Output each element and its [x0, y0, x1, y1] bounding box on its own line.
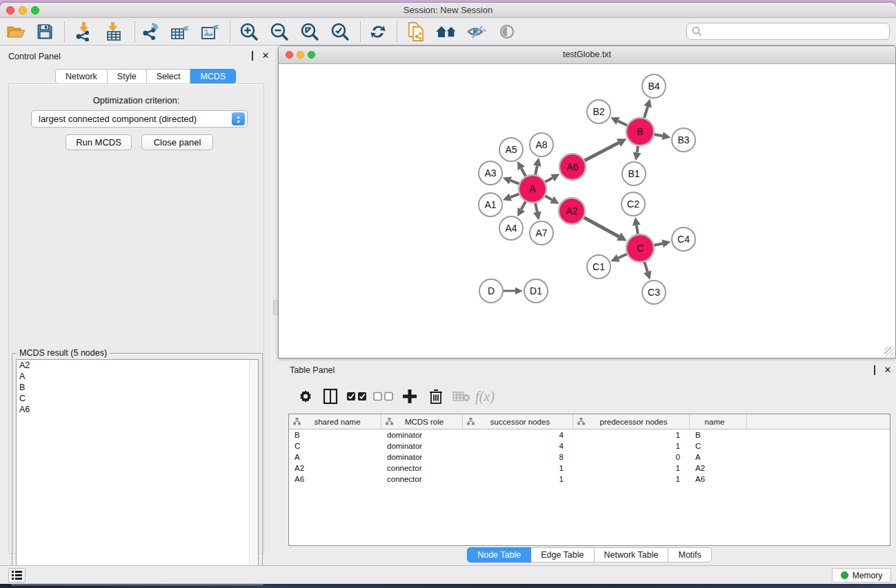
table-row[interactable]: Adominator80A — [289, 452, 890, 463]
clear-checkboxes-icon[interactable] — [372, 385, 395, 408]
zoom-in-icon[interactable] — [237, 21, 261, 43]
table-cell[interactable]: 1 — [573, 474, 690, 485]
table-cell[interactable]: 0 — [573, 452, 690, 463]
run-mcds-button[interactable]: Run MCDS — [66, 134, 132, 150]
open-file-icon[interactable] — [4, 21, 28, 43]
table-cell[interactable]: B — [289, 429, 381, 440]
table-cell[interactable]: 8 — [463, 452, 573, 463]
maximize-window-icon[interactable] — [31, 6, 39, 14]
refresh-icon[interactable] — [366, 21, 390, 43]
select-all-checkboxes-icon[interactable] — [346, 385, 369, 408]
table-cell[interactable]: A2 — [289, 463, 381, 474]
table-cell[interactable]: A — [690, 452, 747, 463]
result-list-item[interactable]: A2 — [17, 360, 258, 371]
import-network-icon[interactable] — [72, 21, 95, 43]
column-type-icon — [577, 418, 585, 425]
table-row[interactable]: A6connector11A6 — [289, 474, 890, 485]
home-network-icon[interactable] — [435, 21, 458, 43]
close-network-icon[interactable] — [286, 51, 293, 59]
result-list-item[interactable]: C — [17, 393, 258, 404]
memory-button[interactable]: Memory — [832, 568, 891, 582]
table-cell[interactable]: 4 — [463, 429, 573, 440]
result-list-item[interactable]: B — [17, 382, 258, 393]
close-panel-button[interactable]: Close panel — [141, 134, 213, 150]
minimize-window-icon[interactable] — [19, 6, 27, 14]
delete-table-icon[interactable] — [450, 385, 473, 408]
result-list-item[interactable]: A — [17, 371, 258, 382]
export-network-icon[interactable] — [139, 21, 163, 43]
main-toolbar — [0, 18, 896, 45]
close-window-icon[interactable] — [6, 6, 14, 14]
table-cell[interactable]: C — [289, 440, 381, 452]
zoom-out-icon[interactable] — [268, 21, 291, 43]
table-cell[interactable]: 1 — [463, 463, 573, 474]
table-cell[interactable]: 1 — [573, 440, 690, 452]
copy-network-icon[interactable] — [404, 21, 428, 43]
minimize-network-icon[interactable] — [297, 51, 304, 59]
table-cell[interactable]: connector — [381, 474, 463, 485]
column-header-successor-nodes[interactable]: successor nodes — [463, 414, 573, 429]
resize-grip[interactable] — [884, 347, 894, 356]
table-cell[interactable]: dominator — [381, 440, 463, 452]
task-history-button[interactable] — [8, 568, 26, 582]
criterion-select[interactable]: largest connected component (directed) ▲… — [31, 110, 248, 128]
float-panel-icon[interactable] — [248, 51, 257, 61]
table-row[interactable]: A2connector11A2 — [289, 463, 890, 474]
zoom-selected-icon[interactable] — [328, 21, 352, 43]
tab-mcds[interactable]: MCDS — [190, 69, 236, 84]
tab-style[interactable]: Style — [108, 69, 147, 84]
delete-column-icon[interactable] — [424, 385, 448, 408]
table-cell[interactable]: 1 — [573, 463, 690, 474]
float-table-panel-icon[interactable] — [870, 365, 879, 375]
column-header-predecessor-nodes[interactable]: predecessor nodes — [573, 414, 690, 429]
show-panel-eye-icon[interactable] — [495, 21, 519, 43]
tab-select[interactable]: Select — [147, 69, 191, 84]
column-layout-icon[interactable] — [319, 385, 342, 408]
column-header-shared-name[interactable]: shared name — [289, 414, 381, 429]
table-cell[interactable]: A — [289, 452, 381, 463]
table-cell[interactable]: A6 — [690, 474, 747, 485]
table-cell[interactable]: dominator — [381, 452, 463, 463]
column-header-name[interactable]: name — [690, 414, 747, 429]
close-table-panel-icon[interactable]: ✕ — [883, 365, 893, 375]
table-row[interactable]: Cdominator41C — [289, 440, 890, 452]
tab-network[interactable]: Network — [55, 69, 108, 84]
close-panel-icon[interactable]: ✕ — [261, 51, 270, 61]
memory-label: Memory — [853, 571, 882, 580]
table-cell[interactable]: C — [690, 440, 747, 452]
search-input[interactable] — [702, 25, 889, 39]
control-panel-title: Control Panel — [8, 52, 61, 61]
tab-motifs[interactable]: Motifs — [668, 547, 711, 562]
result-list-item[interactable]: A6 — [17, 404, 258, 415]
column-type-icon — [293, 418, 301, 425]
column-header-label: MCDS role — [393, 418, 462, 426]
table-cell[interactable]: 1 — [573, 429, 690, 440]
table-row[interactable]: Bdominator41B — [289, 429, 890, 440]
export-table-icon[interactable] — [168, 21, 192, 43]
save-session-icon[interactable] — [33, 21, 57, 43]
tab-edge-table[interactable]: Edge Table — [531, 547, 594, 562]
result-scrollbar[interactable] — [249, 360, 258, 580]
table-cell[interactable]: B — [690, 429, 747, 440]
gear-icon[interactable] — [294, 385, 317, 408]
table-cell[interactable]: 1 — [463, 474, 573, 485]
function-builder-icon[interactable]: f(x) — [473, 385, 497, 408]
table-cell[interactable]: dominator — [381, 429, 463, 440]
import-table-icon[interactable] — [102, 21, 126, 43]
tab-node-table[interactable]: Node Table — [467, 547, 531, 562]
table-cell[interactable]: 4 — [463, 440, 573, 452]
table-cell[interactable]: A2 — [690, 463, 747, 474]
table-cell[interactable]: connector — [381, 463, 463, 474]
column-header-MCDS-role[interactable]: MCDS role — [381, 414, 463, 429]
network-canvas[interactable]: B4B2BB3A8A5A6A3B1AC2A1A2A4A7C4CC1DD1C3 — [279, 64, 895, 358]
zoom-fit-icon[interactable] — [298, 21, 321, 43]
column-header-label: successor nodes — [475, 418, 573, 426]
table-cell[interactable]: A6 — [289, 474, 381, 485]
pane-divider-handle[interactable] — [273, 300, 278, 315]
export-image-icon[interactable] — [199, 21, 222, 43]
add-column-icon[interactable] — [398, 385, 421, 408]
maximize-network-icon[interactable] — [308, 51, 315, 59]
mcds-tab-content: Optimization criterion: largest connecte… — [8, 83, 264, 554]
tab-network-table[interactable]: Network Table — [595, 547, 669, 562]
hide-panel-eye-icon[interactable] — [465, 21, 488, 43]
